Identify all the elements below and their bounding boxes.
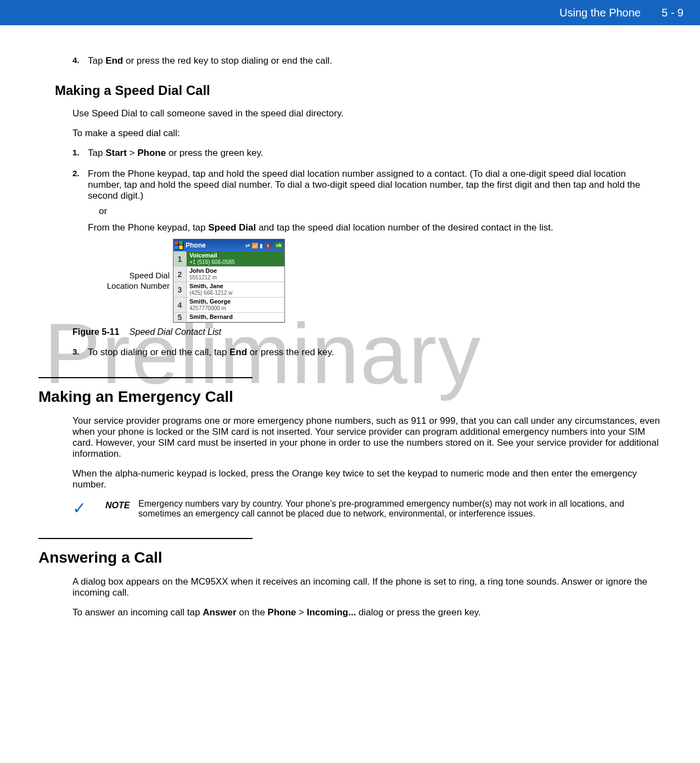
- note: ✓ NOTE Emergency numbers vary by country…: [72, 499, 662, 519]
- bold: End: [229, 347, 247, 357]
- contact-name: Smith, George: [189, 298, 282, 305]
- windows-flag-icon: [175, 241, 183, 250]
- step-number: 1.: [72, 148, 88, 159]
- speed-dial-number: 2: [173, 267, 187, 282]
- speed-dial-number: 1: [173, 251, 187, 266]
- heading-emergency-call: Making an Emergency Call: [38, 388, 662, 406]
- bold: Phone: [267, 607, 296, 618]
- contact-info: John Doe 5551212 m: [187, 267, 284, 282]
- text: and tap the speed dial location number o…: [256, 222, 553, 233]
- figure-caption: Figure 5-11 Speed Dial Contact List: [72, 327, 662, 337]
- contact-number: 5551212 m: [189, 274, 282, 281]
- text: Location Number: [107, 281, 170, 290]
- contact-info: Smith, Bernard: [187, 313, 284, 322]
- list-item: 1 Voicemail +1 (516) 606-0585: [173, 251, 284, 267]
- or-separator: or: [99, 206, 662, 217]
- chapter-title: Using the Phone: [559, 7, 641, 19]
- ok-button: ok: [274, 242, 283, 249]
- text: Tap: [88, 148, 105, 158]
- step-text: Tap End or press the red key to stop dia…: [88, 55, 662, 66]
- text: To stop dialing or end the call, tap: [88, 347, 229, 357]
- section-rule: [38, 377, 253, 378]
- heading-speed-dial: Making a Speed Dial Call: [55, 83, 662, 98]
- figure-callout: Speed Dial Location Number: [38, 271, 173, 291]
- step-2: 2. From the Phone keypad, tap and hold t…: [72, 169, 662, 201]
- page-header: Using the Phone 5 - 9: [0, 0, 700, 25]
- bold: Speed Dial: [208, 222, 256, 233]
- contact-name: Smith, Bernard: [189, 313, 282, 321]
- step-2-alt: From the Phone keypad, tap Speed Dial an…: [88, 222, 662, 233]
- bold: Phone: [137, 148, 166, 158]
- text: on the: [237, 607, 268, 618]
- bold: End: [105, 55, 123, 66]
- check-icon: ✓: [72, 499, 105, 517]
- link-icon: ⇄: [245, 243, 250, 249]
- list-item: 3 Smith, Jane (425) 666-1212 w: [173, 282, 284, 298]
- step-number: 3.: [72, 347, 88, 358]
- contact-number: (425) 666-1212 w: [189, 290, 282, 296]
- contact-info: Smith, Jane (425) 666-1212 w: [187, 282, 284, 297]
- mock-titlebar: Phone ⇄ 📶 ▮ 🔇 ok: [173, 239, 284, 251]
- text: dialog or press the green key.: [356, 607, 480, 618]
- step-4: 4. Tap End or press the red key to stop …: [72, 55, 662, 66]
- phone-screenshot: Phone ⇄ 📶 ▮ 🔇 ok 1 Voicemail +1 (516) 60…: [173, 239, 285, 323]
- step-3: 3. To stop dialing or end the call, tap …: [72, 347, 662, 358]
- list-item: 4 Smith, George 4257770000 m: [173, 298, 284, 313]
- figure-5-11: Speed Dial Location Number Phone ⇄ 📶 ▮ 🔇…: [38, 239, 662, 323]
- text: To answer an incoming call tap: [72, 607, 203, 618]
- note-text: Emergency numbers vary by country. Your …: [138, 499, 662, 519]
- step-number: 4.: [72, 55, 88, 66]
- contact-name: John Doe: [189, 267, 282, 274]
- status-icons: ⇄ 📶 ▮ 🔇 ok: [245, 242, 283, 249]
- text: From the Phone keypad, tap: [88, 222, 208, 233]
- step-text: From the Phone keypad, tap and hold the …: [88, 169, 662, 201]
- contact-name: Voicemail: [189, 252, 282, 259]
- text: >: [296, 607, 306, 618]
- paragraph: Your service provider programs one or mo…: [72, 416, 662, 459]
- mock-title: Phone: [186, 242, 245, 249]
- contact-info: Voicemail +1 (516) 606-0585: [187, 251, 284, 266]
- contact-number: 4257770000 m: [189, 305, 282, 312]
- speed-dial-number: 5: [173, 313, 187, 322]
- step-text: To stop dialing or end the call, tap End…: [88, 347, 662, 358]
- heading-answering-call: Answering a Call: [38, 549, 662, 566]
- step-text: Tap Start > Phone or press the green key…: [88, 148, 662, 159]
- bold: Answer: [203, 607, 236, 618]
- contact-info: Smith, George 4257770000 m: [187, 298, 284, 312]
- step-number: 2.: [72, 169, 88, 201]
- speed-dial-number: 3: [173, 282, 187, 297]
- text: Tap: [88, 55, 105, 66]
- paragraph: Use Speed Dial to call someone saved in …: [72, 108, 662, 119]
- contact-name: Smith, Jane: [189, 283, 282, 290]
- bold: Incoming...: [307, 607, 356, 618]
- paragraph: To answer an incoming call tap Answer on…: [72, 607, 662, 618]
- figure-title: Speed Dial Contact List: [130, 327, 221, 336]
- paragraph: When the alpha-numeric keypad is locked,…: [72, 468, 662, 490]
- speed-dial-number: 4: [173, 298, 187, 312]
- section-rule: [38, 538, 253, 539]
- paragraph: To make a speed dial call:: [72, 128, 662, 139]
- step-1: 1. Tap Start > Phone or press the green …: [72, 148, 662, 159]
- list-item: 2 John Doe 5551212 m: [173, 267, 284, 282]
- paragraph: A dialog box appears on the MC95XX when …: [72, 576, 662, 598]
- text: or press the green key.: [166, 148, 263, 158]
- text: Speed Dial: [130, 271, 170, 280]
- list-item: 5 Smith, Bernard: [173, 313, 284, 322]
- note-label: NOTE: [105, 499, 138, 510]
- text: or press the red key.: [247, 347, 334, 357]
- text: >: [127, 148, 137, 158]
- speaker-icon: 🔇: [265, 243, 271, 249]
- figure-number: Figure 5-11: [72, 327, 119, 336]
- bold: Start: [105, 148, 127, 158]
- page-number: 5 - 9: [662, 7, 684, 19]
- text: or press the red key to stop dialing or …: [123, 55, 332, 66]
- signal-icon: 📶: [251, 243, 258, 249]
- antenna-icon: ▮: [260, 243, 263, 249]
- contact-number: +1 (516) 606-0585: [189, 259, 282, 266]
